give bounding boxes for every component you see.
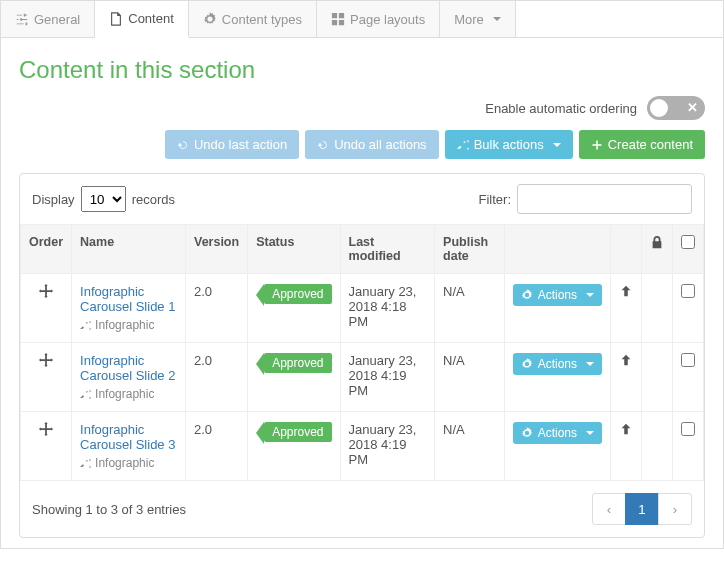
col-publish-date[interactable]: Publish date: [435, 225, 505, 274]
chevron-down-icon: [493, 17, 501, 21]
showing-text: Showing 1 to 3 of 3 entries: [32, 502, 186, 517]
row-checkbox[interactable]: [681, 353, 695, 367]
random-icon: [80, 458, 91, 469]
sliders-icon: [15, 12, 29, 26]
table-row: Infographic Carousel Slide 1Infographic2…: [21, 274, 704, 343]
random-icon: [80, 389, 91, 400]
tab-general[interactable]: General: [1, 1, 95, 37]
col-order: Order: [21, 225, 72, 274]
display-label: Display: [32, 192, 75, 207]
filter-label: Filter:: [479, 192, 512, 207]
page-title: Content in this section: [19, 56, 705, 84]
move-icon[interactable]: [39, 286, 53, 301]
chevron-down-icon: [586, 431, 594, 435]
pagination: ‹ 1 ›: [593, 493, 692, 525]
publish-cell: N/A: [435, 343, 505, 412]
layout-icon: [331, 12, 345, 26]
version-cell: 2.0: [185, 274, 247, 343]
data-panel: Display 10 records Filter: Order Name Ve…: [19, 173, 705, 538]
random-icon: [457, 139, 469, 151]
move-top-button[interactable]: [619, 355, 633, 370]
publish-cell: N/A: [435, 412, 505, 481]
status-badge: Approved: [264, 422, 331, 442]
tab-label: Content types: [222, 12, 302, 27]
ordering-label: Enable automatic ordering: [485, 101, 637, 116]
row-actions-button[interactable]: Actions: [513, 284, 602, 306]
tab-label: General: [34, 12, 80, 27]
content-link[interactable]: Infographic Carousel Slide 1: [80, 284, 177, 314]
col-name[interactable]: Name: [72, 225, 186, 274]
content-type: Infographic: [80, 318, 177, 332]
nav-tabs: General Content Content types Page layou…: [1, 1, 723, 38]
row-actions-button[interactable]: Actions: [513, 353, 602, 375]
move-icon[interactable]: [39, 355, 53, 370]
modified-cell: January 23, 2018 4:19 PM: [340, 343, 435, 412]
col-version[interactable]: Version: [185, 225, 247, 274]
chevron-down-icon: [586, 293, 594, 297]
tab-label: Content: [128, 11, 174, 26]
close-icon: ✕: [687, 100, 698, 115]
row-checkbox[interactable]: [681, 284, 695, 298]
plus-icon: [591, 139, 603, 151]
table-row: Infographic Carousel Slide 2Infographic2…: [21, 343, 704, 412]
status-badge: Approved: [264, 353, 331, 373]
col-status[interactable]: Status: [248, 225, 340, 274]
row-checkbox[interactable]: [681, 422, 695, 436]
random-icon: [80, 320, 91, 331]
filter-input[interactable]: [517, 184, 692, 214]
chevron-down-icon: [586, 362, 594, 366]
version-cell: 2.0: [185, 343, 247, 412]
version-cell: 2.0: [185, 412, 247, 481]
content-type: Infographic: [80, 456, 177, 470]
move-top-button[interactable]: [619, 424, 633, 439]
file-icon: [109, 12, 123, 26]
content-link[interactable]: Infographic Carousel Slide 2: [80, 353, 177, 383]
select-all-checkbox[interactable]: [681, 235, 695, 249]
chevron-down-icon: [553, 143, 561, 147]
undo-icon: [317, 139, 329, 151]
undo-last-button[interactable]: Undo last action: [165, 130, 299, 159]
modified-cell: January 23, 2018 4:18 PM: [340, 274, 435, 343]
undo-icon: [177, 139, 189, 151]
col-last-modified[interactable]: Last modified: [340, 225, 435, 274]
ordering-toggle[interactable]: ✕: [647, 96, 705, 120]
move-icon[interactable]: [39, 424, 53, 439]
create-content-button[interactable]: Create content: [579, 130, 705, 159]
tab-more[interactable]: More: [440, 1, 516, 37]
tab-label: Page layouts: [350, 12, 425, 27]
tab-page-layouts[interactable]: Page layouts: [317, 1, 440, 37]
tab-label: More: [454, 12, 484, 27]
bulk-actions-button[interactable]: Bulk actions: [445, 130, 573, 159]
status-badge: Approved: [264, 284, 331, 304]
content-type: Infographic: [80, 387, 177, 401]
tab-content-types[interactable]: Content types: [189, 1, 317, 37]
undo-all-button[interactable]: Undo all actions: [305, 130, 439, 159]
row-actions-button[interactable]: Actions: [513, 422, 602, 444]
tab-content[interactable]: Content: [95, 1, 189, 38]
move-top-button[interactable]: [619, 286, 633, 301]
publish-cell: N/A: [435, 274, 505, 343]
pager-next[interactable]: ›: [658, 493, 692, 525]
lock-icon: [650, 238, 664, 252]
gear-icon: [521, 427, 533, 439]
table-row: Infographic Carousel Slide 3Infographic2…: [21, 412, 704, 481]
gear-icon: [521, 289, 533, 301]
content-link[interactable]: Infographic Carousel Slide 3: [80, 422, 177, 452]
pager-prev[interactable]: ‹: [592, 493, 626, 525]
gear-icon: [521, 358, 533, 370]
content-table: Order Name Version Status Last modified …: [20, 224, 704, 481]
page-size-select[interactable]: 10: [81, 186, 126, 212]
action-bar: Undo last action Undo all actions Bulk a…: [19, 130, 705, 159]
pager-page-1[interactable]: 1: [625, 493, 659, 525]
records-label: records: [132, 192, 175, 207]
gear-icon: [203, 12, 217, 26]
modified-cell: January 23, 2018 4:19 PM: [340, 412, 435, 481]
